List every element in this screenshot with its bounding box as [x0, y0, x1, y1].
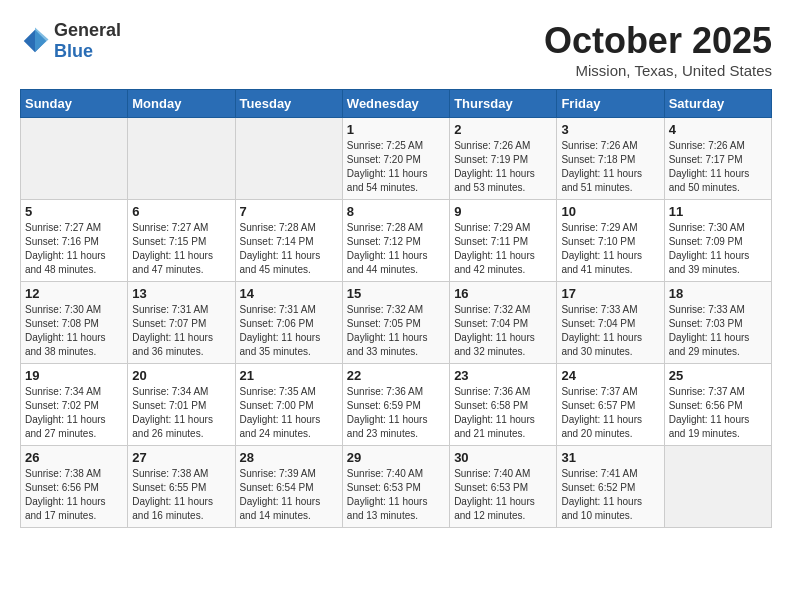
- calendar-cell: 31Sunrise: 7:41 AMSunset: 6:52 PMDayligh…: [557, 446, 664, 528]
- calendar-cell: 1Sunrise: 7:25 AMSunset: 7:20 PMDaylight…: [342, 118, 449, 200]
- calendar-cell: 30Sunrise: 7:40 AMSunset: 6:53 PMDayligh…: [450, 446, 557, 528]
- calendar-cell: 11Sunrise: 7:30 AMSunset: 7:09 PMDayligh…: [664, 200, 771, 282]
- day-info: Sunrise: 7:27 AMSunset: 7:16 PMDaylight:…: [25, 221, 123, 277]
- calendar-cell: [664, 446, 771, 528]
- calendar-header: SundayMondayTuesdayWednesdayThursdayFrid…: [21, 90, 772, 118]
- day-number: 24: [561, 368, 659, 383]
- title-block: October 2025 Mission, Texas, United Stat…: [544, 20, 772, 79]
- header-day-sunday: Sunday: [21, 90, 128, 118]
- week-row-5: 26Sunrise: 7:38 AMSunset: 6:56 PMDayligh…: [21, 446, 772, 528]
- calendar-cell: [21, 118, 128, 200]
- calendar-cell: 20Sunrise: 7:34 AMSunset: 7:01 PMDayligh…: [128, 364, 235, 446]
- day-info: Sunrise: 7:36 AMSunset: 6:59 PMDaylight:…: [347, 385, 445, 441]
- day-number: 11: [669, 204, 767, 219]
- header-day-monday: Monday: [128, 90, 235, 118]
- day-info: Sunrise: 7:36 AMSunset: 6:58 PMDaylight:…: [454, 385, 552, 441]
- calendar-cell: 10Sunrise: 7:29 AMSunset: 7:10 PMDayligh…: [557, 200, 664, 282]
- day-number: 25: [669, 368, 767, 383]
- calendar-cell: 16Sunrise: 7:32 AMSunset: 7:04 PMDayligh…: [450, 282, 557, 364]
- day-number: 14: [240, 286, 338, 301]
- calendar-cell: 2Sunrise: 7:26 AMSunset: 7:19 PMDaylight…: [450, 118, 557, 200]
- day-info: Sunrise: 7:40 AMSunset: 6:53 PMDaylight:…: [454, 467, 552, 523]
- location: Mission, Texas, United States: [544, 62, 772, 79]
- calendar-cell: 4Sunrise: 7:26 AMSunset: 7:17 PMDaylight…: [664, 118, 771, 200]
- day-info: Sunrise: 7:33 AMSunset: 7:04 PMDaylight:…: [561, 303, 659, 359]
- day-number: 27: [132, 450, 230, 465]
- calendar-cell: 27Sunrise: 7:38 AMSunset: 6:55 PMDayligh…: [128, 446, 235, 528]
- calendar-cell: 21Sunrise: 7:35 AMSunset: 7:00 PMDayligh…: [235, 364, 342, 446]
- day-info: Sunrise: 7:32 AMSunset: 7:05 PMDaylight:…: [347, 303, 445, 359]
- week-row-2: 5Sunrise: 7:27 AMSunset: 7:16 PMDaylight…: [21, 200, 772, 282]
- calendar-cell: 22Sunrise: 7:36 AMSunset: 6:59 PMDayligh…: [342, 364, 449, 446]
- day-number: 8: [347, 204, 445, 219]
- calendar-cell: 7Sunrise: 7:28 AMSunset: 7:14 PMDaylight…: [235, 200, 342, 282]
- day-info: Sunrise: 7:26 AMSunset: 7:17 PMDaylight:…: [669, 139, 767, 195]
- day-info: Sunrise: 7:27 AMSunset: 7:15 PMDaylight:…: [132, 221, 230, 277]
- header-day-friday: Friday: [557, 90, 664, 118]
- day-info: Sunrise: 7:39 AMSunset: 6:54 PMDaylight:…: [240, 467, 338, 523]
- day-number: 20: [132, 368, 230, 383]
- day-number: 30: [454, 450, 552, 465]
- calendar-cell: 18Sunrise: 7:33 AMSunset: 7:03 PMDayligh…: [664, 282, 771, 364]
- day-info: Sunrise: 7:37 AMSunset: 6:56 PMDaylight:…: [669, 385, 767, 441]
- day-info: Sunrise: 7:38 AMSunset: 6:56 PMDaylight:…: [25, 467, 123, 523]
- calendar-table: SundayMondayTuesdayWednesdayThursdayFrid…: [20, 89, 772, 528]
- day-info: Sunrise: 7:32 AMSunset: 7:04 PMDaylight:…: [454, 303, 552, 359]
- day-info: Sunrise: 7:28 AMSunset: 7:14 PMDaylight:…: [240, 221, 338, 277]
- day-number: 4: [669, 122, 767, 137]
- day-info: Sunrise: 7:41 AMSunset: 6:52 PMDaylight:…: [561, 467, 659, 523]
- day-number: 17: [561, 286, 659, 301]
- calendar-cell: 5Sunrise: 7:27 AMSunset: 7:16 PMDaylight…: [21, 200, 128, 282]
- day-number: 10: [561, 204, 659, 219]
- calendar-cell: 14Sunrise: 7:31 AMSunset: 7:06 PMDayligh…: [235, 282, 342, 364]
- calendar-cell: 17Sunrise: 7:33 AMSunset: 7:04 PMDayligh…: [557, 282, 664, 364]
- day-number: 16: [454, 286, 552, 301]
- day-info: Sunrise: 7:38 AMSunset: 6:55 PMDaylight:…: [132, 467, 230, 523]
- day-number: 21: [240, 368, 338, 383]
- day-info: Sunrise: 7:30 AMSunset: 7:08 PMDaylight:…: [25, 303, 123, 359]
- day-number: 9: [454, 204, 552, 219]
- header-day-saturday: Saturday: [664, 90, 771, 118]
- day-number: 6: [132, 204, 230, 219]
- calendar-cell: 28Sunrise: 7:39 AMSunset: 6:54 PMDayligh…: [235, 446, 342, 528]
- calendar-body: 1Sunrise: 7:25 AMSunset: 7:20 PMDaylight…: [21, 118, 772, 528]
- day-info: Sunrise: 7:28 AMSunset: 7:12 PMDaylight:…: [347, 221, 445, 277]
- calendar-cell: 19Sunrise: 7:34 AMSunset: 7:02 PMDayligh…: [21, 364, 128, 446]
- day-info: Sunrise: 7:34 AMSunset: 7:01 PMDaylight:…: [132, 385, 230, 441]
- day-info: Sunrise: 7:37 AMSunset: 6:57 PMDaylight:…: [561, 385, 659, 441]
- calendar-cell: 26Sunrise: 7:38 AMSunset: 6:56 PMDayligh…: [21, 446, 128, 528]
- day-info: Sunrise: 7:30 AMSunset: 7:09 PMDaylight:…: [669, 221, 767, 277]
- svg-marker-1: [35, 28, 49, 52]
- calendar-cell: 6Sunrise: 7:27 AMSunset: 7:15 PMDaylight…: [128, 200, 235, 282]
- day-info: Sunrise: 7:25 AMSunset: 7:20 PMDaylight:…: [347, 139, 445, 195]
- day-info: Sunrise: 7:31 AMSunset: 7:07 PMDaylight:…: [132, 303, 230, 359]
- day-info: Sunrise: 7:26 AMSunset: 7:19 PMDaylight:…: [454, 139, 552, 195]
- logo-general-text: General: [54, 20, 121, 41]
- calendar-cell: 8Sunrise: 7:28 AMSunset: 7:12 PMDaylight…: [342, 200, 449, 282]
- page-header: General Blue October 2025 Mission, Texas…: [20, 20, 772, 79]
- day-number: 13: [132, 286, 230, 301]
- calendar-cell: 3Sunrise: 7:26 AMSunset: 7:18 PMDaylight…: [557, 118, 664, 200]
- header-day-thursday: Thursday: [450, 90, 557, 118]
- day-number: 31: [561, 450, 659, 465]
- day-number: 22: [347, 368, 445, 383]
- week-row-4: 19Sunrise: 7:34 AMSunset: 7:02 PMDayligh…: [21, 364, 772, 446]
- day-number: 3: [561, 122, 659, 137]
- day-number: 7: [240, 204, 338, 219]
- day-number: 28: [240, 450, 338, 465]
- calendar-cell: [235, 118, 342, 200]
- day-info: Sunrise: 7:31 AMSunset: 7:06 PMDaylight:…: [240, 303, 338, 359]
- logo-blue-text: Blue: [54, 41, 121, 62]
- day-number: 2: [454, 122, 552, 137]
- day-number: 19: [25, 368, 123, 383]
- day-number: 23: [454, 368, 552, 383]
- calendar-cell: 25Sunrise: 7:37 AMSunset: 6:56 PMDayligh…: [664, 364, 771, 446]
- calendar-cell: 12Sunrise: 7:30 AMSunset: 7:08 PMDayligh…: [21, 282, 128, 364]
- logo: General Blue: [20, 20, 121, 62]
- calendar-cell: 13Sunrise: 7:31 AMSunset: 7:07 PMDayligh…: [128, 282, 235, 364]
- day-info: Sunrise: 7:40 AMSunset: 6:53 PMDaylight:…: [347, 467, 445, 523]
- week-row-3: 12Sunrise: 7:30 AMSunset: 7:08 PMDayligh…: [21, 282, 772, 364]
- day-info: Sunrise: 7:34 AMSunset: 7:02 PMDaylight:…: [25, 385, 123, 441]
- calendar-cell: [128, 118, 235, 200]
- day-number: 26: [25, 450, 123, 465]
